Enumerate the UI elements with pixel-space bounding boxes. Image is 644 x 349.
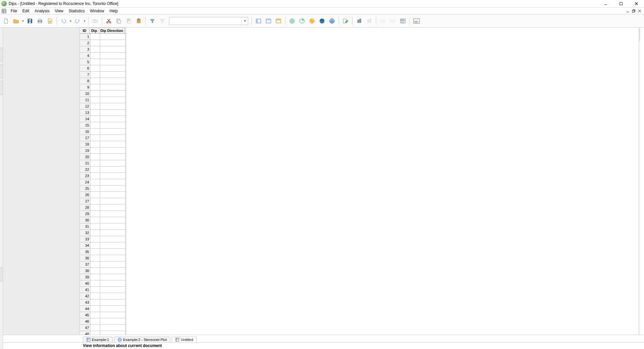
grid-view-button[interactable] [254,16,263,26]
cell-dip-direction[interactable] [100,129,126,135]
toolwell-tab-1[interactable] [0,48,3,62]
cell-dip[interactable] [90,40,100,46]
table-row[interactable]: 42 [80,293,126,299]
table-row[interactable]: 39 [80,274,126,280]
cell-dip-direction[interactable] [100,122,126,128]
cell-dip[interactable] [90,287,100,293]
cell-dip-direction[interactable] [100,167,126,173]
rosette-plot-button[interactable] [297,16,307,26]
set-window-button[interactable] [355,16,364,26]
cell-dip-direction[interactable] [100,217,126,223]
cell-dip-direction[interactable] [100,299,126,305]
cell-dip-direction[interactable] [100,198,126,204]
cell-dip[interactable] [90,325,100,331]
table-row[interactable]: 48 [80,331,126,335]
undo-dropdown[interactable]: ▾ [69,17,72,25]
cell-dip-direction[interactable] [100,91,126,97]
table-row[interactable]: 12 [80,103,126,110]
cell-dip-direction[interactable] [100,148,126,154]
cell-dip[interactable] [90,154,100,160]
table-row[interactable]: 2 [80,40,126,46]
table-row[interactable]: 3 [80,46,126,53]
mdi-minimize-button[interactable] [625,8,631,14]
cell-dip-direction[interactable] [100,160,126,166]
cell-dip[interactable] [90,255,100,261]
table-row[interactable]: 8 [80,78,126,84]
cell-dip-direction[interactable] [100,116,126,122]
toolwell-tab-3[interactable] [0,81,3,95]
table-row[interactable]: 33 [80,236,126,242]
vertical-scrollbar[interactable] [638,28,643,335]
stereonet-button[interactable] [327,16,337,26]
cell-dip-direction[interactable] [100,40,126,46]
mdi-restore-button[interactable] [631,8,637,14]
cell-dip[interactable] [90,72,100,78]
cut-button[interactable] [104,16,113,26]
cell-dip[interactable] [90,280,100,286]
redo-button[interactable] [73,16,82,26]
cell-dip-direction[interactable] [100,287,126,293]
cell-dip[interactable] [90,122,100,128]
cell-dip[interactable] [90,110,100,116]
add-set-button[interactable] [341,16,350,26]
column-header-direction[interactable]: Dip Direction [99,28,125,33]
undo-button[interactable] [59,16,68,26]
filter-clear-button[interactable] [158,16,167,26]
filter-combo-arrow-icon[interactable]: ▾ [242,17,248,25]
document-tab[interactable]: Example:2 - Stereonet Plot [114,337,170,342]
camera-button[interactable] [90,16,100,26]
cell-dip-direction[interactable] [100,242,126,248]
cell-dip-direction[interactable] [100,331,126,335]
cell-dip-direction[interactable] [100,261,126,267]
table-row[interactable]: 7 [80,72,126,78]
minimize-button[interactable] [598,0,613,7]
table-row[interactable]: 47 [80,325,126,331]
table-row[interactable]: 44 [80,306,126,312]
grid-body[interactable]: 1234567891011121314151617181920212223242… [80,34,126,335]
table-row[interactable]: 19 [80,148,126,154]
table-row[interactable]: 25 [80,185,126,192]
cell-dip-direction[interactable] [100,103,126,109]
cell-dip-direction[interactable] [100,84,126,90]
table-row[interactable]: 17 [80,135,126,141]
column-header-dip[interactable]: Dip [89,28,99,33]
copy-button[interactable] [114,16,123,26]
redo-dropdown[interactable]: ▾ [83,17,86,25]
table-row[interactable]: 24 [80,179,126,185]
cell-dip-direction[interactable] [100,312,126,318]
table-row[interactable]: 36 [80,255,126,261]
table-row[interactable]: 10 [80,91,126,97]
table-row[interactable]: 28 [80,204,126,211]
table-row[interactable]: 15 [80,122,126,129]
cell-dip[interactable] [90,34,100,40]
cell-dip[interactable] [90,135,100,141]
menu-analysis[interactable]: Analysis [32,8,52,14]
save-button[interactable] [25,16,35,26]
cell-dip-direction[interactable] [100,110,126,116]
cell-dip-direction[interactable] [100,318,126,324]
cell-dip[interactable] [90,299,100,305]
delete-row-button[interactable] [388,16,398,26]
cell-dip-direction[interactable] [100,223,126,229]
table-row[interactable]: 31 [80,223,126,230]
new-file-button[interactable] [1,16,11,26]
cell-dip[interactable] [90,268,100,274]
paste-button[interactable] [134,16,143,26]
table-row[interactable]: 27 [80,198,126,204]
cell-dip[interactable] [90,236,100,242]
file-info-button[interactable] [45,16,55,26]
cell-dip-direction[interactable] [100,78,126,84]
print-button[interactable] [35,16,45,26]
edit-sets-button[interactable] [365,16,374,26]
cell-dip-direction[interactable] [100,306,126,312]
cell-dip-direction[interactable] [100,135,126,141]
table-row[interactable]: 23 [80,173,126,179]
scrollbar-thumb[interactable] [639,28,643,42]
cell-dip[interactable] [90,78,100,84]
menu-file[interactable]: File [8,8,20,14]
cell-dip[interactable] [90,53,100,59]
cell-dip[interactable] [90,198,100,204]
menu-help[interactable]: Help [107,8,120,14]
table-row[interactable]: 1 [80,34,126,40]
contour-plot-button[interactable] [287,16,297,26]
